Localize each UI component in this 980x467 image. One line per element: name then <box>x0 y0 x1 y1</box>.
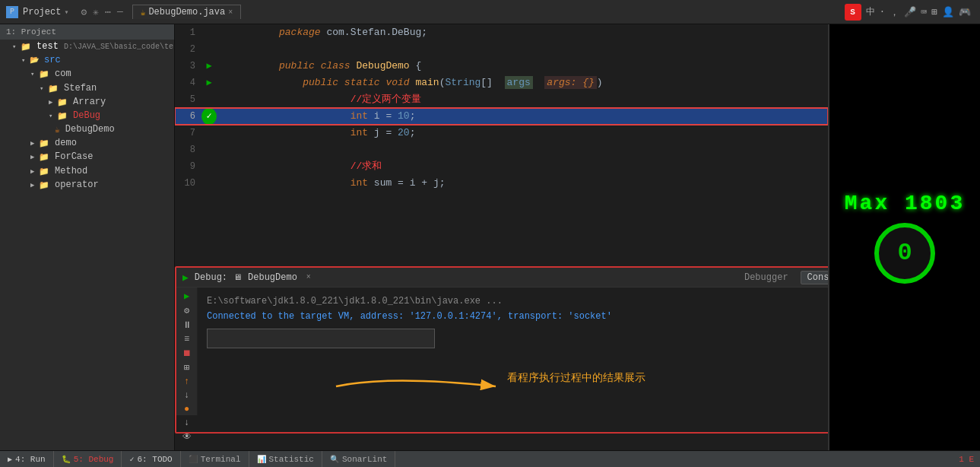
console-input-row <box>207 329 828 348</box>
tree-label-test: test <box>36 41 59 52</box>
sidebar-item-stefan[interactable]: ▾ 📁 Stefan <box>0 81 174 95</box>
main-area: 1: Project ▾ 📁 test D:\JAVA_SE\basic_cod… <box>0 24 980 450</box>
sidebar-item-demo[interactable]: ▶ 📁 demo <box>0 136 174 150</box>
run-arrow-3-icon: ▶ <box>206 58 211 75</box>
top-right-icons: S 中 · ， 🎤 ⌨ ⊞ 👤 🎮 <box>845 4 974 21</box>
line-num-1: 1 <box>175 24 201 41</box>
format-icon[interactable]: ≡ <box>179 334 195 345</box>
comma-icon: ， <box>890 5 899 19</box>
todo-icon: ✓ <box>129 455 134 464</box>
tree-label-forcase: ForCase <box>55 151 93 162</box>
sougou-icon: S <box>845 4 861 21</box>
stefan-folder-icon: 📁 <box>48 84 59 93</box>
src-icon: 📂 <box>30 56 39 65</box>
sidebar-item-forcase[interactable]: ▶ 📁 ForCase <box>0 150 174 164</box>
debug-header: ▶ Debug: 🖥 DebugDemo × Debugger Console … <box>176 268 828 288</box>
dropdown-arrow-icon[interactable]: ▾ <box>64 8 68 17</box>
debug-tab-icon: 🖥 <box>233 272 242 282</box>
tab-debugger[interactable]: Debugger <box>738 272 794 284</box>
debug-arrow-icon: ▾ <box>49 112 57 119</box>
title-bar: P Project ▾ ⚙ ✳ ⋯ — ☕ DebugDemo.java × S… <box>0 0 980 24</box>
tree-label-debugdemo: DebugDemo <box>65 124 115 135</box>
down2-icon[interactable]: ↓ <box>179 418 195 428</box>
folder-icon: 📁 <box>21 43 31 52</box>
console-line-1: E:\software\jdk1.8.0_221\jdk1.8.0_221\bi… <box>207 294 828 309</box>
console-line-2: Connected to the target VM, address: '12… <box>207 309 828 324</box>
mic-icon[interactable]: 🎤 <box>904 6 916 18</box>
code-line-10: 10 int sum = i + j; <box>175 175 828 192</box>
eye-icon[interactable]: 👁 <box>179 431 195 443</box>
run-icon: ▶ <box>8 455 12 464</box>
pause-icon[interactable]: ⏸ <box>179 319 195 331</box>
filter-icon[interactable]: ⊞ <box>179 362 195 373</box>
debugdemo-java-icon: ☕ <box>55 125 60 135</box>
grid-icon[interactable]: ⊞ <box>931 6 937 18</box>
code-content: 1 package com.Stefan.DeBug; 2 3 ▶ pub <box>175 24 828 192</box>
operator-arrow-icon: ▶ <box>30 181 39 189</box>
status-tab-terminal[interactable]: ⬛ Terminal <box>181 451 249 467</box>
down-icon[interactable]: ↓ <box>179 390 195 401</box>
project-icon: P <box>6 6 18 18</box>
line-marker-3: ▶ <box>201 58 217 75</box>
settings2-icon[interactable]: 🎮 <box>959 6 971 18</box>
debug-tab-close-icon[interactable]: × <box>306 273 311 281</box>
com-folder-icon: 📁 <box>39 70 49 79</box>
sidebar-item-method[interactable]: ▶ 📁 Method <box>0 164 174 178</box>
close-window-icon[interactable]: — <box>117 6 123 18</box>
line-num-4: 4 <box>175 75 201 91</box>
editor-area: 1 package com.Stefan.DeBug; 2 3 ▶ pub <box>175 24 828 450</box>
eq-7: = <box>385 127 398 138</box>
sidebar-item-arrary[interactable]: ▶ 📁 Arrary <box>0 95 174 109</box>
debug-icon: 🐛 <box>62 455 71 464</box>
semicolon-1: ; <box>421 27 427 38</box>
arrary-folder-icon: 📁 <box>57 97 68 106</box>
sidebar-header: 1: Project <box>0 24 174 40</box>
file-tab-debugdemo[interactable]: ☕ DebugDemo.java × <box>132 5 241 19</box>
demo-folder-icon: 📁 <box>39 139 49 148</box>
tab-area: ☕ DebugDemo.java × <box>132 5 845 19</box>
dot-left-icon[interactable]: ● <box>179 404 195 415</box>
pin-icon[interactable]: ✳ <box>93 6 99 18</box>
sonarlint-icon: 🔍 <box>330 455 339 464</box>
debug-content: ▶ ⚙ ⏸ ≡ ⏹ ⊞ ↑ ↓ ● ↓ 👁 ⋯ ⋮ E:\software\jd… <box>176 288 828 415</box>
sidebar-item-operator[interactable]: ▶ 📁 operator <box>0 178 174 192</box>
line-num-6: 6 <box>175 108 201 125</box>
kw-int-7: int <box>279 127 374 138</box>
code-line-7: 7 int j = 20; <box>175 125 828 141</box>
file-tab-close-icon[interactable]: × <box>228 8 233 17</box>
up-icon[interactable]: ↑ <box>179 376 195 387</box>
resume-icon[interactable]: ▶ <box>179 291 195 302</box>
sidebar-item-com[interactable]: ▾ 📁 com <box>0 67 174 81</box>
tree-label-com: com <box>55 68 71 79</box>
user-icon[interactable]: 👤 <box>942 6 954 18</box>
line-num-3: 3 <box>175 58 201 75</box>
console-input[interactable] <box>207 329 435 348</box>
terminal-label: Terminal <box>201 455 241 464</box>
current-line-icon: ✓ <box>201 108 217 125</box>
more-icon[interactable]: ⋯ <box>105 6 111 18</box>
debug-tab-name-label: DebugDemo <box>248 272 297 283</box>
settings-icon[interactable]: ⚙ <box>81 6 87 18</box>
settings-icons: ⚙ ✳ ⋯ — <box>81 6 122 18</box>
tree-label-arrary: Arrary <box>73 97 106 107</box>
line-num-2: 2 <box>175 41 201 58</box>
status-tab-todo[interactable]: ✓ 6: TODO <box>122 451 180 467</box>
status-tab-statistic[interactable]: 📊 Statistic <box>249 451 322 467</box>
settings-left-icon[interactable]: ⚙ <box>179 305 195 316</box>
status-tab-sonarlint[interactable]: 🔍 SonarLint <box>322 451 395 467</box>
keyboard-icon[interactable]: ⌨ <box>921 6 927 18</box>
sidebar-item-test[interactable]: ▾ 📁 test D:\JAVA_SE\basic_code\test <box>0 40 174 53</box>
tab-console[interactable]: Console <box>801 271 828 284</box>
debug-label: 5: Debug <box>74 455 114 464</box>
debug-title-label: Debug: <box>195 272 227 283</box>
sidebar-item-debug[interactable]: ▾ 📁 DeBug <box>0 109 174 122</box>
line-content-10: int sum = i + j; <box>217 158 828 208</box>
sidebar-item-src[interactable]: ▾ 📂 src <box>0 53 174 67</box>
sidebar-header-label: 1: Project <box>6 27 56 37</box>
stop-left-icon[interactable]: ⏹ <box>179 348 195 359</box>
tree-label-src: src <box>44 55 61 65</box>
status-tab-debug[interactable]: 🐛 5: Debug <box>54 451 122 467</box>
status-tab-run[interactable]: ▶ 4: Run <box>0 451 54 467</box>
forcase-folder-icon: 📁 <box>39 153 49 162</box>
sidebar-item-debugdemo-file[interactable]: ☕ DebugDemo <box>0 122 174 136</box>
